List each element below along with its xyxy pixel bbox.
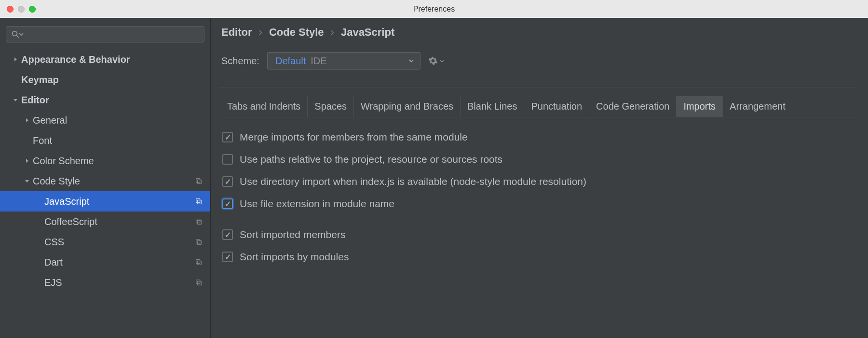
sidebar-item-label: Keymap <box>21 74 59 85</box>
copy-icon <box>195 258 203 266</box>
sidebar-item-label: JavaScript <box>44 196 89 207</box>
sidebar-item-label: EJS <box>44 277 62 288</box>
check-row[interactable]: Use directory import when index.js is av… <box>222 170 856 193</box>
window-minimize-button[interactable] <box>18 6 25 13</box>
gear-icon <box>428 56 438 66</box>
check-row[interactable]: Merge imports for members from the same … <box>222 126 856 148</box>
checkbox-label: Use directory import when index.js is av… <box>240 176 586 187</box>
sidebar-item-label: Editor <box>21 95 49 106</box>
chevron-right-icon: › <box>331 26 334 39</box>
svg-rect-7 <box>196 219 200 223</box>
checkbox[interactable] <box>222 229 233 240</box>
svg-rect-8 <box>197 240 201 244</box>
sidebar-item-label: Font <box>33 135 52 146</box>
sidebar-item-javascript[interactable]: JavaScript <box>0 191 210 211</box>
checkbox[interactable] <box>222 154 233 165</box>
breadcrumb-part[interactable]: Editor <box>221 26 252 39</box>
divider <box>220 87 858 87</box>
sidebar-item-font[interactable]: Font <box>0 130 210 151</box>
svg-rect-12 <box>197 281 201 285</box>
arrow-right-icon <box>21 118 33 123</box>
arrow-right-icon <box>10 57 21 62</box>
tab-spaces[interactable]: Spaces <box>308 96 354 117</box>
sidebar-item-color-scheme[interactable]: Color Scheme <box>0 151 210 171</box>
svg-rect-10 <box>197 261 201 265</box>
checkbox[interactable] <box>222 132 233 142</box>
scheme-actions-button[interactable] <box>428 56 444 66</box>
chevron-down-icon <box>440 59 444 63</box>
scheme-scope: IDE <box>311 56 326 67</box>
scheme-row: Scheme: Default IDE <box>220 52 858 70</box>
breadcrumb-part[interactable]: JavaScript <box>341 26 394 39</box>
tab-code-generation[interactable]: Code Generation <box>589 96 677 117</box>
sidebar-item-coffeescript[interactable]: CoffeeScript <box>0 211 210 232</box>
window-close-button[interactable] <box>7 6 14 13</box>
arrow-right-icon <box>21 158 33 163</box>
breadcrumb-part[interactable]: Code Style <box>269 26 324 39</box>
sidebar-item-appearance-behavior[interactable]: Appearance & Behavior <box>0 49 210 70</box>
checkbox[interactable] <box>222 176 233 187</box>
sidebar-item-editor[interactable]: Editor <box>0 90 210 110</box>
scheme-label: Scheme: <box>221 56 259 67</box>
sidebar-item-general[interactable]: General <box>0 110 210 130</box>
sidebar: Appearance & BehaviorKeymapEditorGeneral… <box>0 18 211 338</box>
tab-wrapping-and-braces[interactable]: Wrapping and Braces <box>354 96 461 117</box>
svg-point-0 <box>13 31 17 36</box>
breadcrumb: Editor › Code Style › JavaScript <box>220 26 858 39</box>
titlebar: Preferences <box>0 0 868 18</box>
sidebar-tree: Appearance & BehaviorKeymapEditorGeneral… <box>0 49 210 338</box>
sidebar-item-ejs[interactable]: EJS <box>0 272 210 293</box>
sidebar-item-keymap[interactable]: Keymap <box>0 70 210 90</box>
tab-arrangement[interactable]: Arrangement <box>723 96 792 117</box>
checkbox[interactable] <box>222 198 233 209</box>
checkbox-label: Sort imported members <box>240 229 345 240</box>
window-title: Preferences <box>413 5 455 14</box>
tab-punctuation[interactable]: Punctuation <box>524 96 589 117</box>
svg-rect-6 <box>197 220 201 224</box>
search-box[interactable] <box>6 26 204 42</box>
chevron-down-icon <box>19 32 24 37</box>
copy-icon <box>195 197 203 205</box>
sidebar-item-label: Appearance & Behavior <box>21 54 130 65</box>
copy-icon <box>195 177 203 185</box>
svg-rect-5 <box>196 199 200 203</box>
copy-icon <box>195 218 203 225</box>
search-input[interactable] <box>27 30 199 39</box>
check-row[interactable]: Use file extension in module name <box>222 193 856 215</box>
scheme-dropdown-button[interactable] <box>403 58 420 64</box>
svg-rect-9 <box>196 239 200 243</box>
checkbox[interactable] <box>222 252 233 262</box>
sidebar-item-code-style[interactable]: Code Style <box>0 171 210 191</box>
checkbox-label: Use file extension in module name <box>240 198 394 210</box>
sidebar-item-label: General <box>33 115 67 126</box>
sidebar-item-label: Color Scheme <box>33 155 94 167</box>
arrow-down-icon <box>21 179 33 183</box>
copy-icon <box>195 238 203 246</box>
sidebar-item-css[interactable]: CSS <box>0 232 210 252</box>
checkbox-label: Sort imports by modules <box>240 251 349 263</box>
tab-tabs-and-indents[interactable]: Tabs and Indents <box>220 96 308 117</box>
check-row[interactable]: Sort imported members <box>222 224 856 246</box>
svg-rect-4 <box>197 200 201 204</box>
sidebar-item-dart[interactable]: Dart <box>0 252 210 272</box>
check-row[interactable]: Sort imports by modules <box>222 246 856 268</box>
svg-rect-13 <box>196 280 200 284</box>
tab-imports[interactable]: Imports <box>677 96 723 117</box>
scheme-select[interactable]: Default IDE <box>267 52 420 70</box>
chevron-right-icon: › <box>259 26 262 39</box>
checkbox-label: Use paths relative to the project, resou… <box>240 154 502 165</box>
svg-rect-11 <box>196 260 200 264</box>
main-panel: Editor › Code Style › JavaScript Scheme:… <box>211 18 868 338</box>
tab-blank-lines[interactable]: Blank Lines <box>461 96 524 117</box>
svg-rect-3 <box>196 179 200 183</box>
scheme-value: Default IDE <box>268 56 403 67</box>
scheme-name: Default <box>275 56 306 67</box>
svg-rect-2 <box>197 180 201 183</box>
window-maximize-button[interactable] <box>29 6 36 13</box>
traffic-lights <box>0 6 36 13</box>
checklist: Merge imports for members from the same … <box>220 117 858 277</box>
checkbox-label: Merge imports for members from the same … <box>240 131 468 143</box>
sidebar-item-label: Code Style <box>33 176 80 187</box>
check-row[interactable]: Use paths relative to the project, resou… <box>222 148 856 170</box>
tabs: Tabs and IndentsSpacesWrapping and Brace… <box>220 96 858 117</box>
